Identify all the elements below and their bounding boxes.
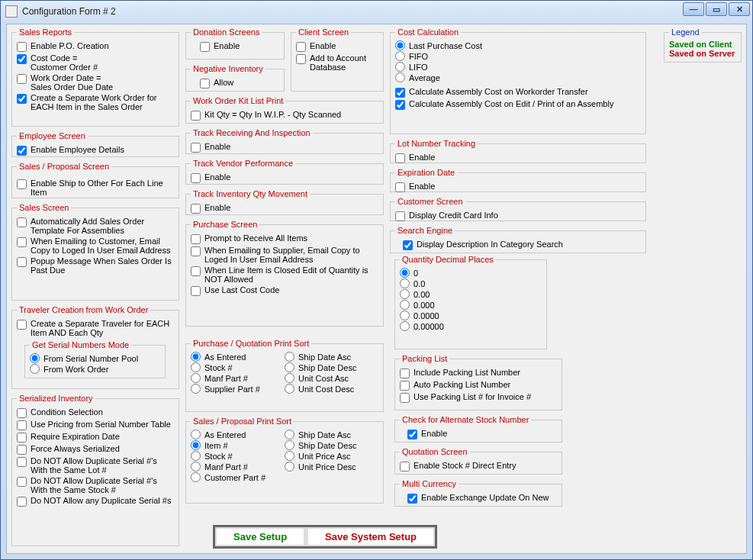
close-button[interactable]: ✕ (729, 2, 750, 16)
psort-supplier[interactable]: Supplier Part # (191, 384, 285, 394)
psort-ship-desc[interactable]: Ship Date Desc (285, 362, 378, 372)
cost-lifo[interactable]: LIFO (395, 62, 641, 72)
no-dup-lot[interactable]: Do NOT Allow Duplicate Serial #'s With t… (17, 456, 174, 475)
condition-selection[interactable]: Condition Selection (17, 407, 174, 418)
email-copy-supplier[interactable]: When Emailing to Supplier, Email Copy to… (191, 246, 378, 264)
maximize-button[interactable]: ▭ (706, 2, 727, 16)
qty-0[interactable]: 0 (400, 268, 542, 278)
client-add-db[interactable]: Add to Account Database (296, 53, 378, 72)
cost-code-customer-order[interactable]: Cost Code = Customer Order # (17, 53, 174, 72)
psort-manf[interactable]: Manf Part # (191, 373, 285, 383)
ssort-manf[interactable]: Manf Part # (191, 462, 285, 471)
require-expiration[interactable]: Require Expiration Date (17, 432, 174, 443)
save-system-setup-button[interactable]: Save System Setup (308, 529, 433, 545)
serial-from-wo[interactable]: From Work Order (30, 364, 160, 374)
ssort-stock[interactable]: Stock # (191, 451, 285, 461)
sales-proposal-screen-group: Sales / Proposal Screen Enable Ship to O… (11, 162, 179, 198)
qty-3[interactable]: 0.000 (400, 300, 542, 310)
window-title: Configuration Form # 2 (22, 6, 116, 17)
closed-no-edit-qty[interactable]: When Line Item is Closed Edit of Quantit… (191, 266, 378, 284)
cost-fifo[interactable]: FIFO (395, 51, 641, 61)
popup-past-due[interactable]: Popup Message When Sales Order Is Past D… (17, 256, 174, 275)
quotation-group: Quotation Screen Enable Stock # Direct E… (394, 447, 562, 475)
donation-enable[interactable]: Enable (200, 41, 279, 52)
prompt-receive-all[interactable]: Prompt to Receive All Items (191, 233, 378, 244)
psort-ship-asc[interactable]: Ship Date Asc (285, 352, 378, 362)
track-inv-qty-group: Track Inventory Qty Movement Enable (185, 189, 384, 215)
qty-1[interactable]: 0.0 (400, 278, 542, 288)
ssort-item[interactable]: Item # (191, 440, 285, 450)
packing-invoice[interactable]: Use Packing List # for Invoice # (400, 392, 557, 403)
alt-stock-group: Check for Alternate Stock Number Enable (394, 415, 562, 443)
display-cc-info[interactable]: Display Credit Card Info (395, 211, 641, 221)
lot-enable[interactable]: Enable (395, 153, 641, 163)
wo-date-so-due[interactable]: Work Order Date = Sales Order Due Date (17, 73, 174, 92)
kit-qty-wip[interactable]: Kit Qty = Qty In W.I.P. - Qty Scanned (191, 110, 378, 121)
track-vendor-enable[interactable]: Enable (191, 172, 378, 183)
client-area: Legend Saved on Client Saved on Server S… (6, 24, 747, 554)
qty-5[interactable]: 0.00000 (400, 321, 542, 331)
ship-to-other-each-line[interactable]: Enable Ship to Other For Each Line Item (17, 179, 174, 197)
ssort-unit-asc[interactable]: Unit Price Asc (285, 451, 378, 461)
search-desc[interactable]: Display Description In Category Search (403, 240, 641, 250)
purchase-sort-group: Purchase / Quotation Print Sort As Enter… (185, 339, 384, 412)
client-screen-group: Client Screen Enable Add to Account Data… (291, 27, 384, 92)
force-serialized[interactable]: Force Always Serialized (17, 444, 174, 455)
auto-add-template[interactable]: Automatically Add Sales Order Template F… (17, 217, 174, 235)
pricing-serial-table[interactable]: Use Pricing from Serial Number Table (17, 420, 174, 430)
app-icon (5, 5, 18, 18)
save-setup-button[interactable]: Save Setup (217, 529, 304, 545)
separate-traveler[interactable]: Create a Separate Traveler for EACH Item… (17, 319, 174, 337)
ssort-ship-desc[interactable]: Ship Date Desc (285, 440, 378, 450)
packing-list-group: Packing List Include Packing List Number… (394, 354, 562, 410)
minimize-button[interactable]: — (683, 2, 704, 16)
psort-unit-desc[interactable]: Unit Cost Desc (285, 384, 378, 394)
button-row: Save Setup Save System Setup (213, 525, 437, 549)
saved-on-server: Saved on Server (669, 49, 736, 58)
multi-currency-group: Multi Currency Enable Exchange Update On… (394, 479, 562, 507)
purchase-group: Purchase Screen Prompt to Receive All It… (185, 220, 384, 327)
window: Configuration Form # 2 — ▭ ✕ Legend Save… (0, 0, 753, 560)
ssort-ship-asc[interactable]: Ship Date Asc (285, 430, 378, 439)
track-recv-group: Track Receiving And Inspection Enable (185, 128, 384, 154)
sales-reports-group: Sales Reports Enable P.O. Creation Cost … (11, 27, 179, 127)
ssort-unit-desc[interactable]: Unit Price Desc (285, 462, 378, 471)
asm-cost-transfer[interactable]: Calculate Assembly Cost on Workorder Tra… (395, 87, 641, 98)
use-last-cost[interactable]: Use Last Cost Code (191, 285, 378, 296)
donation-group: Donation Screens Enable (185, 27, 285, 60)
multi-cur-enable[interactable]: Enable Exchange Update On New (407, 493, 557, 504)
client-enable[interactable]: Enable (296, 41, 378, 52)
track-recv-enable[interactable]: Enable (191, 142, 378, 153)
exp-enable[interactable]: Enable (395, 182, 641, 192)
enable-employee-details[interactable]: Enable Employee Details (17, 145, 174, 156)
track-inv-qty-enable[interactable]: Enable (191, 203, 378, 214)
serial-from-pool[interactable]: From Serial Number Pool (30, 353, 160, 363)
asm-cost-edit[interactable]: Calculate Assembly Cost on Edit / Print … (395, 99, 641, 110)
no-dup-stock[interactable]: Do NOT Allow Duplicate Serial #'s With t… (17, 476, 174, 494)
qty-2[interactable]: 0.00 (400, 289, 542, 299)
ssort-cust[interactable]: Customer Part # (191, 472, 285, 482)
cost-avg[interactable]: Average (395, 72, 641, 82)
wo-kit-group: Work Order Kit List Print Kit Qty = Qty … (185, 96, 384, 124)
psort-as-entered[interactable]: As Entered (191, 352, 285, 362)
psort-stock[interactable]: Stock # (191, 362, 285, 372)
qty-4[interactable]: 0.0000 (400, 311, 542, 320)
legend-title: Legend (669, 27, 702, 37)
email-copy-customer[interactable]: When Emailing to Customer, Email Copy to… (17, 237, 174, 255)
packing-include[interactable]: Include Packing List Number (400, 368, 557, 378)
ssort-as-entered[interactable]: As Entered (191, 430, 285, 439)
cost-last[interactable]: Last Purchase Cost (395, 40, 641, 50)
alt-stock-enable[interactable]: Enable (407, 429, 557, 439)
enable-po-creation[interactable]: Enable P.O. Creation (17, 41, 174, 52)
neg-inventory-allow[interactable]: Allow (200, 78, 279, 89)
sales-screen-group: Sales Screen Automatically Add Sales Ord… (11, 203, 179, 301)
track-vendor-group: Track Vendor Performance Enable (185, 159, 384, 185)
psort-unit-asc[interactable]: Unit Cost Asc (285, 373, 378, 383)
serialized-inventory-group: Serialized Inventory Condition Selection… (11, 394, 179, 546)
legend-box: Legend Saved on Client Saved on Server (664, 27, 742, 63)
no-dup-any[interactable]: Do NOT Allow any Duplicate Serial #s (17, 496, 174, 507)
separate-wo-each-item[interactable]: Create a Separate Work Order for EACH It… (17, 93, 174, 111)
packing-auto[interactable]: Auto Packing List Number (400, 380, 557, 391)
quotation-direct[interactable]: Enable Stock # Direct Entry (400, 461, 557, 471)
exp-date-group: Expiration Date Enable (390, 168, 646, 192)
